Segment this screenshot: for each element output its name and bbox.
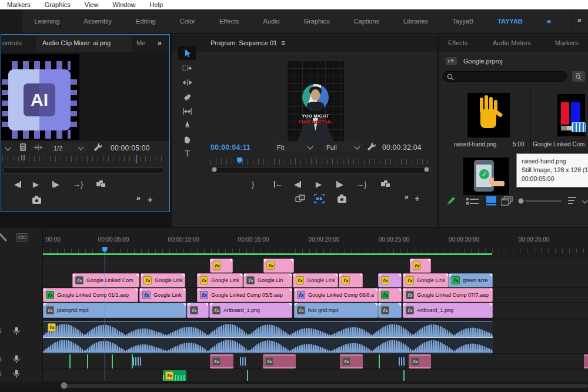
timeline-clip[interactable]: fxGoogle Lin: [243, 273, 292, 287]
timeline-clip[interactable]: fx: [378, 273, 402, 287]
export-media-icon[interactable]: [96, 180, 107, 187]
timeline-clip[interactable]: fx: [410, 259, 431, 273]
timeline-clip[interactable]: fxGoogle Linked Comp 08/8.a: [294, 288, 378, 302]
menu-item-graphics[interactable]: Graphics: [38, 1, 78, 8]
solo-button-cut[interactable]: S: [0, 328, 2, 334]
program-step-back-button[interactable]: ◀: [294, 180, 301, 188]
audio-clip-pink[interactable]: fx: [263, 354, 296, 368]
audio-ticks-icon[interactable]: [33, 144, 44, 151]
timeline-scrollbar-handle[interactable]: [61, 382, 68, 389]
workspace-tab-tayyab[interactable]: TAYYAB: [497, 18, 522, 25]
timeline-clip[interactable]: fx: [339, 273, 363, 287]
audio-clip-pink[interactable]: fx: [409, 354, 431, 368]
edit-pen-icon[interactable]: [446, 196, 456, 206]
timeline-clip[interactable]: fxGoogle Link: [139, 288, 186, 302]
project-search[interactable]: [443, 71, 567, 82]
list-view-icon[interactable]: [466, 197, 479, 205]
play-button[interactable]: ▶: [33, 180, 39, 188]
mic-icon[interactable]: [13, 327, 20, 336]
program-step-forward-button[interactable]: ▶: [336, 180, 343, 188]
thumbnail-google-linked-comp[interactable]: [557, 94, 585, 136]
workspace-tab-libraries[interactable]: Libraries: [403, 18, 428, 25]
workspace-overflow-icon[interactable]: »: [577, 16, 582, 24]
playback-resolution-select[interactable]: 1/2: [49, 143, 87, 153]
menu-item-help[interactable]: Help: [143, 1, 171, 8]
audio-clip-pink[interactable]: fx: [340, 354, 363, 368]
timeline-clip[interactable]: fxArtboard_1.png: [403, 303, 493, 318]
tab-effects[interactable]: Effects: [448, 39, 467, 46]
find-button[interactable]: [572, 71, 585, 82]
timeline-clip[interactable]: fx: [378, 303, 402, 318]
insert-button[interactable]: →}: [73, 180, 83, 188]
audio-clip-pink[interactable]: fx: [210, 354, 233, 368]
audio-clip-waveform[interactable]: fx: [43, 321, 493, 354]
quality-select[interactable]: Full: [322, 142, 363, 152]
timeline-clip[interactable]: fx: [210, 259, 233, 273]
thumbnail-phone-check[interactable]: ✓: [463, 158, 509, 195]
comparison-view-icon[interactable]: [295, 195, 306, 203]
audio-clip-pink[interactable]: [584, 354, 588, 368]
linked-selection-icon[interactable]: [314, 194, 325, 203]
mark-out-button[interactable]: }: [252, 180, 254, 188]
item-name[interactable]: Google Linked Com...: [533, 141, 587, 148]
tab-effect-controls-cut[interactable]: ontrols: [2, 39, 22, 46]
audio-mini-clip[interactable]: [399, 354, 406, 368]
zoombar-right-handle[interactable]: [424, 167, 429, 172]
workspace-tab-audio[interactable]: Audio: [263, 18, 279, 25]
solo-button-cut[interactable]: S: [0, 371, 2, 377]
audio-mini-clip[interactable]: [133, 354, 141, 368]
mic-icon[interactable]: [13, 355, 20, 364]
menu-item-view[interactable]: View: [78, 1, 106, 8]
timeline-wrench-icon[interactable]: [0, 232, 9, 242]
export-frame-button[interactable]: [32, 197, 41, 204]
notebook-icon[interactable]: [19, 143, 27, 152]
audio-mini-clip[interactable]: [240, 354, 246, 368]
tool-ripple-edit[interactable]: [178, 76, 196, 89]
tool-razor[interactable]: [178, 91, 196, 103]
program-more-icon[interactable]: »: [405, 193, 409, 201]
timeline-clip[interactable]: fxgreen scre: [449, 273, 493, 287]
tab-metadata-cut[interactable]: Me: [136, 39, 145, 46]
workspace-tab-effects[interactable]: Effects: [219, 18, 239, 25]
workspace-tab-assembly[interactable]: Assembly: [83, 18, 112, 25]
program-scrubber[interactable]: [211, 159, 429, 165]
step-forward-button[interactable]: ▶: [52, 180, 59, 188]
timeline-clip[interactable]: fxbox grid.mp4: [294, 303, 378, 318]
workspace-tab-editing[interactable]: Editing: [136, 18, 156, 25]
program-add-button[interactable]: +: [415, 193, 420, 203]
mic-icon[interactable]: [13, 370, 20, 378]
timeline-clip[interactable]: fxplaingrid.mp4: [43, 303, 186, 318]
timeline-scrollbar-thumb[interactable]: [64, 384, 588, 388]
workspace-menu-icon[interactable]: ≡: [547, 17, 552, 26]
program-wrench-icon[interactable]: [367, 142, 376, 151]
workspace-tab-color[interactable]: Color: [180, 18, 195, 25]
menu-item-window[interactable]: Window: [105, 1, 142, 8]
timeline-playhead[interactable]: [105, 249, 105, 381]
timeline-clip[interactable]: fx: [378, 288, 402, 302]
tool-type[interactable]: T: [178, 148, 196, 160]
tool-slip[interactable]: [178, 105, 196, 118]
workspace-tab-tayyab[interactable]: TayyaB: [452, 18, 473, 25]
timeline-clip[interactable]: fxGoogle Link: [403, 273, 449, 287]
tool-hand[interactable]: [178, 133, 196, 146]
timeline-clip[interactable]: fxArtboard_1.png: [209, 303, 292, 318]
workspace-tab-graphics[interactable]: Graphics: [304, 18, 330, 25]
go-to-in-button[interactable]: ←: [274, 180, 283, 188]
workspace-tab-learning[interactable]: Learning: [35, 18, 60, 25]
track-lane[interactable]: [43, 259, 588, 273]
audio-clip-green[interactable]: fx: [163, 370, 186, 381]
project-name[interactable]: Google.prproj: [463, 58, 503, 65]
zoom-fit-select[interactable]: Fit: [273, 142, 316, 152]
zoom-slider-handle[interactable]: [518, 198, 524, 204]
timeline-clip[interactable]: fx: [263, 259, 294, 273]
timeline-clip[interactable]: fxGoogle Linked Comp 01/1.aep: [43, 288, 138, 302]
wrench-icon[interactable]: [93, 142, 103, 152]
source-tab-overflow-icon[interactable]: »: [158, 39, 162, 47]
tool-track-select[interactable]: [178, 62, 196, 75]
solo-button-cut[interactable]: S: [0, 356, 2, 363]
timeline-clip[interactable]: fx: [187, 303, 209, 318]
program-export-frame-button[interactable]: [338, 196, 346, 203]
search-input[interactable]: [456, 72, 564, 82]
step-back-button[interactable]: ◀: [14, 180, 21, 188]
program-play-button[interactable]: ▶: [316, 180, 322, 188]
